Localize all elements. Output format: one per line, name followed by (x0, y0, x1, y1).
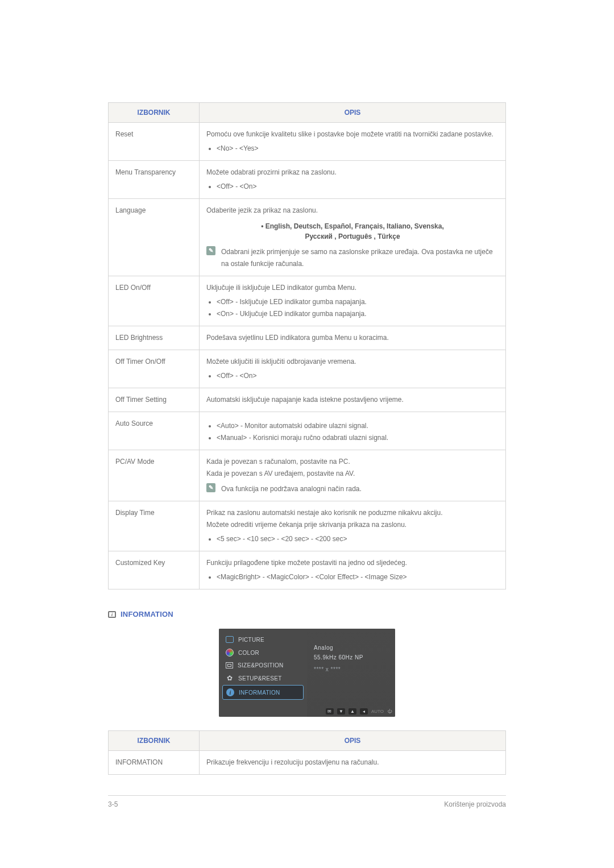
col-header-menu: IZBORNIK (109, 103, 200, 123)
size-icon (226, 662, 233, 668)
osd-signal-type: Analog (314, 645, 388, 651)
row-label: Display Time (109, 501, 200, 551)
osd-button-bar: ✉ ▼ ▲ ◂ AUTO ⏻ (326, 708, 392, 715)
color-icon (226, 649, 234, 657)
row-label: Reset (109, 123, 200, 161)
desc-text: Prikaz na zaslonu automatski nestaje ako… (206, 507, 499, 519)
table-row: Off Timer Setting Automatski isključuje … (109, 388, 506, 412)
osd-item-label: INFORMATION (239, 690, 280, 696)
row-label: Menu Transparency (109, 161, 200, 199)
desc-text-2: Kada je povezan s AV uređajem, postavite… (206, 468, 499, 480)
note-icon: ✎ (206, 483, 215, 492)
row-desc: Možete uključiti ili isključiti odbrojav… (200, 350, 506, 388)
list-item: <Off> - <On> (217, 370, 499, 382)
row-desc: Kada je povezan s računalom, postavite n… (200, 450, 506, 501)
osd-frequency: 55.9kHz 60Hz NP (314, 654, 388, 661)
col-header-menu: IZBORNIK (109, 731, 200, 751)
table-row: Reset Pomoću ove funkcije kvalitetu slik… (109, 123, 506, 161)
desc-text: Možete uključiti ili isključiti odbrojav… (206, 356, 499, 368)
row-desc: Funkciju prilagođene tipke možete postav… (200, 551, 506, 589)
desc-text: Pomoću ove funkcije kvalitetu slike i po… (206, 128, 499, 140)
list-item: <Auto> - Monitor automatski odabire ulaz… (217, 420, 499, 432)
osd-btn-icon: ◂ (360, 708, 368, 715)
list-item: <Manual> - Korisnici moraju ručno odabra… (217, 432, 499, 444)
page-content: IZBORNIK OPIS Reset Pomoću ove funkcije … (0, 0, 614, 837)
osd-btn-icon: ▲ (349, 708, 356, 715)
row-label: LED Brightness (109, 326, 200, 350)
osd-btn-icon: ▼ (337, 708, 345, 715)
table-row: INFORMATION Prikazuje frekvenciju i rezo… (109, 751, 506, 775)
row-label: Off Timer On/Off (109, 350, 200, 388)
osd-item-label: SETUP&RESET (238, 675, 282, 682)
table-row: Language Odaberite jezik za prikaz na za… (109, 199, 506, 276)
desc-text-2: Možete odrediti vrijeme čekanja prije sk… (206, 519, 499, 531)
osd-item-sizeposition: SIZE&POSITION (222, 659, 304, 671)
row-desc: Možete odabrati prozirni prikaz na zaslo… (200, 161, 506, 199)
osd-resolution: **** x **** (314, 666, 388, 672)
table-row: Customized Key Funkciju prilagođene tipk… (109, 551, 506, 589)
osd-item-picture: PICTURE (222, 633, 304, 646)
note-text: Ova funkcija ne podržava analogni način … (221, 483, 362, 495)
row-label: Off Timer Setting (109, 388, 200, 412)
osd-item-label: COLOR (238, 650, 259, 656)
note-text: Odabrani jezik primjenjuje se samo na za… (221, 246, 499, 270)
info-note: ✎ Odabrani jezik primjenjuje se samo na … (206, 246, 499, 270)
row-desc: Pomoću ove funkcije kvalitetu slike i po… (200, 123, 506, 161)
footer-page-number: 3-5 (108, 800, 118, 808)
list-item: <No> - <Yes> (217, 143, 499, 155)
osd-screenshot: PICTURE COLOR SIZE&POSITION SETUP&RESET … (219, 629, 395, 717)
row-label: Language (109, 199, 200, 276)
list-item: <Off> - <On> (217, 181, 499, 193)
page-footer: 3-5 Korištenje proizvoda (108, 795, 506, 808)
osd-item-label: PICTURE (238, 637, 264, 643)
desc-text: Funkciju prilagođene tipke možete postav… (206, 557, 499, 569)
list-item: <5 sec> - <10 sec> - <20 sec> - <200 sec… (217, 533, 499, 545)
table-row: Display Time Prikaz na zaslonu automatsk… (109, 501, 506, 551)
osd-item-color: COLOR (222, 646, 304, 659)
row-desc: Podešava svjetlinu LED indikatora gumba … (200, 326, 506, 350)
table-row: LED On/Off Uključuje ili isključuje LED … (109, 276, 506, 326)
section-heading-information: INFORMATION (108, 610, 506, 618)
desc-text: Možete odabrati prozirni prikaz na zaslo… (206, 167, 499, 178)
row-desc: Prikaz na zaslonu automatski nestaje ako… (200, 501, 506, 551)
desc-text: Uključuje ili isključuje LED indikator g… (206, 282, 499, 294)
row-desc: <Auto> - Monitor automatski odabire ulaz… (200, 412, 506, 450)
col-header-desc: OPIS (200, 103, 506, 123)
osd-detail-panel: Analog 55.9kHz 60Hz NP **** x **** (307, 629, 395, 717)
info-circle-icon: i (226, 688, 234, 696)
list-item: <On> - Uključuje LED indikator gumba nap… (217, 308, 499, 320)
osd-item-setupreset: SETUP&RESET (222, 671, 304, 685)
settings-table-1: IZBORNIK OPIS Reset Pomoću ove funkcije … (108, 102, 506, 589)
table-row: LED Brightness Podešava svjetlinu LED in… (109, 326, 506, 350)
footer-section-title: Korištenje proizvoda (444, 800, 506, 808)
desc-text: Odaberite jezik za prikaz na zaslonu. (206, 205, 499, 217)
info-icon (108, 611, 116, 618)
list-item: <MagicBright> - <MagicColor> - <Color Ef… (217, 571, 499, 583)
osd-item-label: SIZE&POSITION (238, 662, 284, 668)
table-row: Menu Transparency Možete odabrati prozir… (109, 161, 506, 199)
row-label: INFORMATION (109, 751, 200, 775)
osd-auto-label: AUTO (371, 709, 384, 714)
row-desc: Prikazuje frekvenciju i rezoluciju posta… (200, 751, 506, 775)
lang-list-line2: Русский , Português , Türkçe (305, 232, 400, 240)
settings-table-2: IZBORNIK OPIS INFORMATION Prikazuje frek… (108, 730, 506, 775)
lang-list-line1: • English, Deutsch, Español, Français, I… (261, 222, 444, 230)
osd-power-icon: ⏻ (387, 709, 392, 714)
row-desc: Odaberite jezik za prikaz na zaslonu. • … (200, 199, 506, 276)
gear-icon (226, 674, 234, 682)
section-heading-label: INFORMATION (121, 610, 173, 618)
note-icon: ✎ (206, 246, 215, 255)
table-row: PC/AV Mode Kada je povezan s računalom, … (109, 450, 506, 501)
row-label: PC/AV Mode (109, 450, 200, 501)
info-note: ✎ Ova funkcija ne podržava analogni nači… (206, 483, 499, 495)
osd-item-information: i INFORMATION (222, 685, 304, 700)
picture-icon (226, 636, 234, 643)
row-desc: Automatski isključuje napajanje kada ist… (200, 388, 506, 412)
table-row: Auto Source <Auto> - Monitor automatski … (109, 412, 506, 450)
list-item: <Off> - Isključuje LED indikator gumba n… (217, 296, 499, 308)
row-label: Customized Key (109, 551, 200, 589)
row-label: LED On/Off (109, 276, 200, 326)
table-row: Off Timer On/Off Možete uključiti ili is… (109, 350, 506, 388)
desc-text: Kada je povezan s računalom, postavite n… (206, 456, 499, 468)
col-header-desc: OPIS (200, 731, 506, 751)
